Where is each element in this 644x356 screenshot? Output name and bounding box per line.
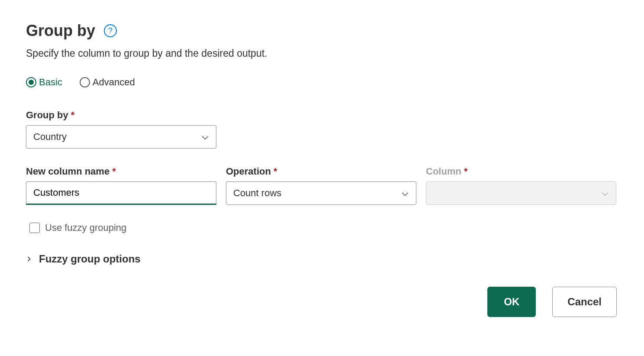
chevron-down-icon — [201, 133, 209, 141]
radio-basic-label: Basic — [39, 77, 62, 88]
help-icon[interactable]: ? — [104, 24, 117, 37]
group-by-value: Country — [33, 131, 201, 142]
chevron-down-icon — [401, 189, 409, 197]
group-by-label-text: Group by — [26, 110, 68, 121]
radio-advanced[interactable]: Advanced — [80, 77, 135, 88]
column-field: Column * — [426, 166, 616, 205]
mode-radio-group: Basic Advanced — [26, 77, 618, 88]
column-label-text: Column — [426, 166, 461, 177]
new-column-label: New column name * — [26, 166, 216, 177]
group-by-field: Group by * Country — [26, 110, 618, 149]
group-by-dropdown[interactable]: Country — [26, 125, 216, 149]
fuzzy-grouping-checkbox[interactable]: Use fuzzy grouping — [26, 222, 618, 233]
radio-selected-icon — [26, 77, 36, 87]
chevron-right-icon — [26, 256, 32, 262]
required-asterisk: * — [112, 166, 116, 177]
operation-label: Operation * — [226, 166, 416, 177]
required-asterisk: * — [274, 166, 277, 177]
radio-unselected-icon — [80, 77, 90, 87]
required-asterisk: * — [71, 110, 75, 121]
radio-advanced-label: Advanced — [93, 77, 135, 88]
ok-button[interactable]: OK — [487, 287, 536, 317]
footer-buttons: OK Cancel — [26, 287, 617, 317]
radio-basic[interactable]: Basic — [26, 77, 62, 88]
new-column-field: New column name * — [26, 166, 216, 205]
new-column-input[interactable] — [26, 181, 216, 205]
fuzzy-checkbox-label: Use fuzzy grouping — [45, 222, 126, 233]
column-label: Column * — [426, 166, 616, 177]
operation-dropdown[interactable]: Count rows — [226, 181, 416, 205]
fuzzy-options-expander[interactable]: Fuzzy group options — [26, 253, 618, 265]
required-asterisk: * — [464, 166, 468, 177]
dialog-header: Group by ? — [26, 22, 618, 40]
checkbox-unchecked-icon — [29, 223, 40, 233]
cancel-button[interactable]: Cancel — [552, 287, 617, 317]
operation-value: Count rows — [233, 188, 401, 199]
group-by-label: Group by * — [26, 110, 618, 121]
column-dropdown[interactable] — [426, 181, 616, 205]
operation-field: Operation * Count rows — [226, 166, 416, 205]
new-column-label-text: New column name — [26, 166, 109, 177]
operation-label-text: Operation — [226, 166, 271, 177]
dialog-title: Group by — [26, 22, 95, 40]
chevron-down-icon — [601, 189, 609, 197]
fuzzy-expander-label: Fuzzy group options — [39, 253, 141, 265]
dialog-description: Specify the column to group by and the d… — [26, 48, 618, 59]
fields-row: New column name * Operation * Count rows… — [26, 166, 618, 205]
